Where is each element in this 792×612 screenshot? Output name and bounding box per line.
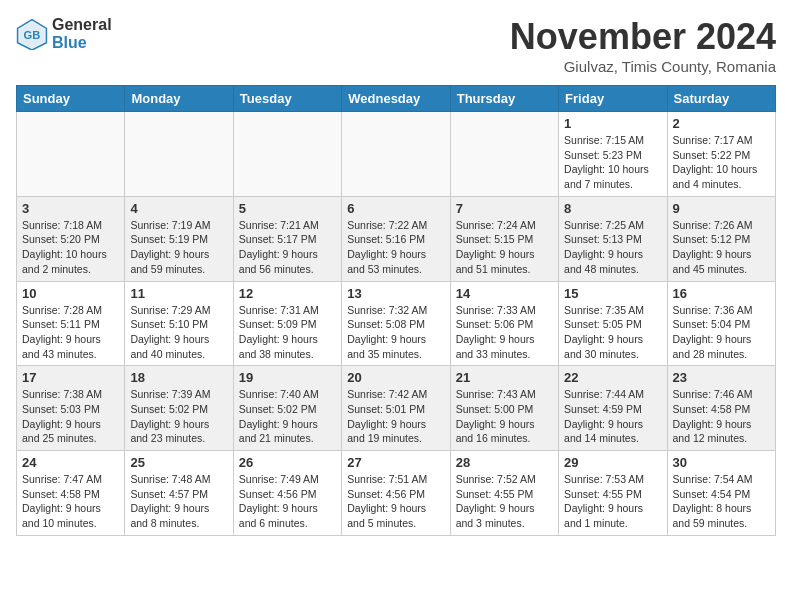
calendar-cell (450, 112, 558, 197)
day-number: 9 (673, 201, 770, 216)
calendar-cell (233, 112, 341, 197)
weekday-header: Friday (559, 86, 667, 112)
calendar-cell: 5Sunrise: 7:21 AM Sunset: 5:17 PM Daylig… (233, 196, 341, 281)
calendar-cell: 16Sunrise: 7:36 AM Sunset: 5:04 PM Dayli… (667, 281, 775, 366)
weekday-header: Sunday (17, 86, 125, 112)
calendar-cell: 6Sunrise: 7:22 AM Sunset: 5:16 PM Daylig… (342, 196, 450, 281)
day-number: 29 (564, 455, 661, 470)
calendar-cell (125, 112, 233, 197)
day-info: Sunrise: 7:21 AM Sunset: 5:17 PM Dayligh… (239, 218, 336, 277)
calendar-week-row: 10Sunrise: 7:28 AM Sunset: 5:11 PM Dayli… (17, 281, 776, 366)
calendar-cell: 1Sunrise: 7:15 AM Sunset: 5:23 PM Daylig… (559, 112, 667, 197)
day-info: Sunrise: 7:18 AM Sunset: 5:20 PM Dayligh… (22, 218, 119, 277)
calendar-cell: 7Sunrise: 7:24 AM Sunset: 5:15 PM Daylig… (450, 196, 558, 281)
svg-text:GB: GB (24, 28, 41, 40)
day-number: 10 (22, 286, 119, 301)
day-info: Sunrise: 7:42 AM Sunset: 5:01 PM Dayligh… (347, 387, 444, 446)
weekday-header: Tuesday (233, 86, 341, 112)
day-info: Sunrise: 7:49 AM Sunset: 4:56 PM Dayligh… (239, 472, 336, 531)
calendar-cell: 28Sunrise: 7:52 AM Sunset: 4:55 PM Dayli… (450, 451, 558, 536)
month-title: November 2024 (510, 16, 776, 58)
day-number: 22 (564, 370, 661, 385)
day-info: Sunrise: 7:29 AM Sunset: 5:10 PM Dayligh… (130, 303, 227, 362)
day-info: Sunrise: 7:43 AM Sunset: 5:00 PM Dayligh… (456, 387, 553, 446)
calendar-cell: 22Sunrise: 7:44 AM Sunset: 4:59 PM Dayli… (559, 366, 667, 451)
weekday-header: Saturday (667, 86, 775, 112)
day-number: 26 (239, 455, 336, 470)
logo: GB General Blue (16, 16, 112, 51)
day-number: 5 (239, 201, 336, 216)
day-info: Sunrise: 7:25 AM Sunset: 5:13 PM Dayligh… (564, 218, 661, 277)
calendar-cell: 24Sunrise: 7:47 AM Sunset: 4:58 PM Dayli… (17, 451, 125, 536)
calendar-cell: 29Sunrise: 7:53 AM Sunset: 4:55 PM Dayli… (559, 451, 667, 536)
calendar-cell: 26Sunrise: 7:49 AM Sunset: 4:56 PM Dayli… (233, 451, 341, 536)
calendar-week-row: 3Sunrise: 7:18 AM Sunset: 5:20 PM Daylig… (17, 196, 776, 281)
calendar-cell: 18Sunrise: 7:39 AM Sunset: 5:02 PM Dayli… (125, 366, 233, 451)
weekday-header: Thursday (450, 86, 558, 112)
day-info: Sunrise: 7:36 AM Sunset: 5:04 PM Dayligh… (673, 303, 770, 362)
day-number: 4 (130, 201, 227, 216)
day-info: Sunrise: 7:54 AM Sunset: 4:54 PM Dayligh… (673, 472, 770, 531)
location: Giulvaz, Timis County, Romania (510, 58, 776, 75)
day-info: Sunrise: 7:15 AM Sunset: 5:23 PM Dayligh… (564, 133, 661, 192)
day-info: Sunrise: 7:40 AM Sunset: 5:02 PM Dayligh… (239, 387, 336, 446)
day-number: 30 (673, 455, 770, 470)
day-info: Sunrise: 7:44 AM Sunset: 4:59 PM Dayligh… (564, 387, 661, 446)
calendar-cell: 8Sunrise: 7:25 AM Sunset: 5:13 PM Daylig… (559, 196, 667, 281)
day-info: Sunrise: 7:33 AM Sunset: 5:06 PM Dayligh… (456, 303, 553, 362)
day-info: Sunrise: 7:51 AM Sunset: 4:56 PM Dayligh… (347, 472, 444, 531)
calendar-header-row: SundayMondayTuesdayWednesdayThursdayFrid… (17, 86, 776, 112)
day-info: Sunrise: 7:39 AM Sunset: 5:02 PM Dayligh… (130, 387, 227, 446)
day-number: 16 (673, 286, 770, 301)
calendar-cell: 12Sunrise: 7:31 AM Sunset: 5:09 PM Dayli… (233, 281, 341, 366)
calendar-cell: 11Sunrise: 7:29 AM Sunset: 5:10 PM Dayli… (125, 281, 233, 366)
logo-icon: GB (16, 18, 48, 50)
day-number: 1 (564, 116, 661, 131)
page-header: GB General Blue November 2024 Giulvaz, T… (16, 16, 776, 75)
calendar-cell: 25Sunrise: 7:48 AM Sunset: 4:57 PM Dayli… (125, 451, 233, 536)
day-number: 27 (347, 455, 444, 470)
calendar-cell (17, 112, 125, 197)
day-info: Sunrise: 7:38 AM Sunset: 5:03 PM Dayligh… (22, 387, 119, 446)
day-info: Sunrise: 7:52 AM Sunset: 4:55 PM Dayligh… (456, 472, 553, 531)
calendar-cell: 13Sunrise: 7:32 AM Sunset: 5:08 PM Dayli… (342, 281, 450, 366)
weekday-header: Monday (125, 86, 233, 112)
day-info: Sunrise: 7:35 AM Sunset: 5:05 PM Dayligh… (564, 303, 661, 362)
day-info: Sunrise: 7:46 AM Sunset: 4:58 PM Dayligh… (673, 387, 770, 446)
calendar-cell: 23Sunrise: 7:46 AM Sunset: 4:58 PM Dayli… (667, 366, 775, 451)
calendar-cell: 17Sunrise: 7:38 AM Sunset: 5:03 PM Dayli… (17, 366, 125, 451)
day-info: Sunrise: 7:26 AM Sunset: 5:12 PM Dayligh… (673, 218, 770, 277)
weekday-header: Wednesday (342, 86, 450, 112)
day-number: 3 (22, 201, 119, 216)
day-info: Sunrise: 7:31 AM Sunset: 5:09 PM Dayligh… (239, 303, 336, 362)
day-info: Sunrise: 7:24 AM Sunset: 5:15 PM Dayligh… (456, 218, 553, 277)
calendar-cell: 4Sunrise: 7:19 AM Sunset: 5:19 PM Daylig… (125, 196, 233, 281)
calendar-cell: 10Sunrise: 7:28 AM Sunset: 5:11 PM Dayli… (17, 281, 125, 366)
day-info: Sunrise: 7:22 AM Sunset: 5:16 PM Dayligh… (347, 218, 444, 277)
calendar-cell: 27Sunrise: 7:51 AM Sunset: 4:56 PM Dayli… (342, 451, 450, 536)
calendar-week-row: 17Sunrise: 7:38 AM Sunset: 5:03 PM Dayli… (17, 366, 776, 451)
day-number: 6 (347, 201, 444, 216)
calendar-cell: 21Sunrise: 7:43 AM Sunset: 5:00 PM Dayli… (450, 366, 558, 451)
day-info: Sunrise: 7:48 AM Sunset: 4:57 PM Dayligh… (130, 472, 227, 531)
calendar-cell: 19Sunrise: 7:40 AM Sunset: 5:02 PM Dayli… (233, 366, 341, 451)
day-number: 12 (239, 286, 336, 301)
calendar-cell: 3Sunrise: 7:18 AM Sunset: 5:20 PM Daylig… (17, 196, 125, 281)
day-number: 20 (347, 370, 444, 385)
calendar-week-row: 1Sunrise: 7:15 AM Sunset: 5:23 PM Daylig… (17, 112, 776, 197)
day-number: 24 (22, 455, 119, 470)
calendar-cell: 20Sunrise: 7:42 AM Sunset: 5:01 PM Dayli… (342, 366, 450, 451)
day-number: 8 (564, 201, 661, 216)
day-info: Sunrise: 7:53 AM Sunset: 4:55 PM Dayligh… (564, 472, 661, 531)
calendar-week-row: 24Sunrise: 7:47 AM Sunset: 4:58 PM Dayli… (17, 451, 776, 536)
logo-text: General Blue (52, 16, 112, 51)
day-number: 19 (239, 370, 336, 385)
day-info: Sunrise: 7:32 AM Sunset: 5:08 PM Dayligh… (347, 303, 444, 362)
calendar-cell: 30Sunrise: 7:54 AM Sunset: 4:54 PM Dayli… (667, 451, 775, 536)
calendar-cell: 2Sunrise: 7:17 AM Sunset: 5:22 PM Daylig… (667, 112, 775, 197)
day-number: 17 (22, 370, 119, 385)
day-number: 21 (456, 370, 553, 385)
calendar-cell (342, 112, 450, 197)
day-number: 7 (456, 201, 553, 216)
day-info: Sunrise: 7:19 AM Sunset: 5:19 PM Dayligh… (130, 218, 227, 277)
